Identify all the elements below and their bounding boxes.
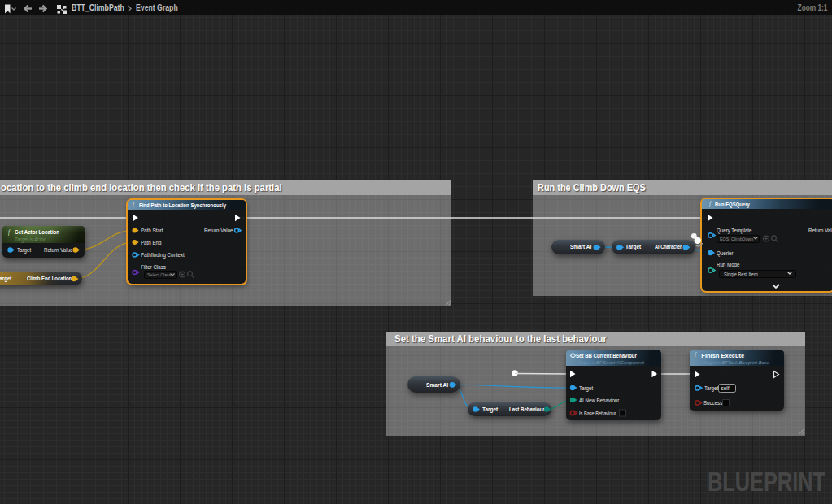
svg-text:self: self (721, 385, 730, 391)
